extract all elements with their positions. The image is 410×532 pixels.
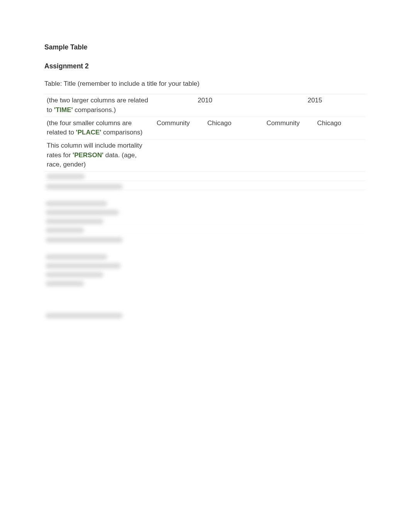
data-cell bbox=[154, 139, 205, 171]
subcol-community-2015: Community bbox=[264, 117, 315, 139]
data-cell bbox=[154, 180, 205, 190]
data-cell bbox=[315, 180, 366, 190]
data-cell bbox=[315, 276, 366, 284]
ghost-text bbox=[46, 313, 123, 318]
ghost-text bbox=[46, 272, 103, 277]
subcol-chicago-2010: Chicago bbox=[205, 117, 256, 139]
col-gap bbox=[256, 94, 264, 117]
table-row bbox=[44, 276, 366, 284]
data-cell bbox=[205, 139, 256, 171]
col-gap bbox=[256, 276, 264, 284]
data-cell bbox=[205, 269, 256, 276]
ghost-text bbox=[46, 201, 107, 206]
subcol-community-2010: Community bbox=[154, 117, 205, 139]
table-row: This column will include mortality rates… bbox=[44, 139, 366, 171]
table-row: (the four smaller columns are related to… bbox=[44, 117, 366, 139]
data-cell bbox=[205, 234, 256, 269]
col-header-2010: 2010 bbox=[154, 94, 256, 117]
data-cell bbox=[205, 224, 256, 234]
subcol-chicago-2015: Chicago bbox=[315, 117, 366, 139]
data-cell bbox=[315, 269, 366, 276]
text-segment: comparisons.) bbox=[73, 106, 116, 114]
data-cell bbox=[315, 190, 366, 224]
data-cell bbox=[264, 269, 315, 276]
data-cell bbox=[154, 190, 205, 224]
data-cell bbox=[264, 276, 315, 284]
row-desc-time: (the two larger columns are related to '… bbox=[44, 94, 154, 117]
data-cell bbox=[154, 276, 205, 284]
col-gap bbox=[256, 180, 264, 190]
col-gap bbox=[256, 269, 264, 276]
data-cell bbox=[264, 171, 315, 180]
data-cell bbox=[264, 234, 315, 269]
ghost-text bbox=[46, 237, 123, 243]
col-gap bbox=[256, 171, 264, 180]
row-desc-place: (the four smaller columns are related to… bbox=[44, 117, 154, 139]
col-header-2015: 2015 bbox=[264, 94, 366, 117]
table-row bbox=[44, 171, 366, 180]
col-gap bbox=[256, 234, 264, 269]
ghost-text bbox=[46, 263, 121, 269]
keyword-place: 'PLACE' bbox=[76, 129, 102, 136]
data-cell bbox=[315, 139, 366, 171]
data-cell bbox=[264, 190, 315, 224]
keyword-time: 'TIME' bbox=[54, 106, 73, 114]
ghost-text bbox=[46, 228, 84, 233]
ghost-text bbox=[46, 174, 85, 179]
data-cell bbox=[154, 234, 205, 269]
heading-assignment: Assignment 2 bbox=[44, 61, 366, 71]
table-caption: Table: Title (remember to include a titl… bbox=[44, 79, 366, 89]
data-cell bbox=[154, 171, 205, 180]
col-gap bbox=[256, 190, 264, 224]
col-gap bbox=[256, 224, 264, 234]
data-cell bbox=[264, 180, 315, 190]
data-cell bbox=[154, 269, 205, 276]
text-segment: comparisons) bbox=[101, 129, 142, 136]
row-desc-person: This column will include mortality rates… bbox=[44, 139, 154, 171]
col-gap bbox=[256, 117, 264, 139]
data-cell bbox=[205, 180, 256, 190]
ghost-text bbox=[46, 210, 119, 215]
ghost-text bbox=[46, 254, 107, 260]
data-cell bbox=[264, 139, 315, 171]
data-cell bbox=[205, 276, 256, 284]
keyword-person: 'PERSON' bbox=[73, 151, 103, 159]
data-cell bbox=[264, 224, 315, 234]
data-cell bbox=[205, 171, 256, 180]
data-cell bbox=[205, 190, 256, 224]
data-cell bbox=[315, 171, 366, 180]
ghost-text bbox=[46, 219, 103, 224]
data-cell bbox=[154, 224, 205, 234]
heading-sample-table: Sample Table bbox=[44, 42, 366, 52]
col-gap bbox=[256, 139, 264, 171]
ghost-text bbox=[46, 184, 123, 189]
table-row: (the two larger columns are related to '… bbox=[44, 94, 366, 117]
data-cell bbox=[315, 224, 366, 234]
ghost-text bbox=[46, 281, 84, 286]
data-cell bbox=[315, 234, 366, 269]
document-body: Sample Table Assignment 2 Table: Title (… bbox=[44, 42, 366, 284]
table-row bbox=[44, 224, 366, 234]
